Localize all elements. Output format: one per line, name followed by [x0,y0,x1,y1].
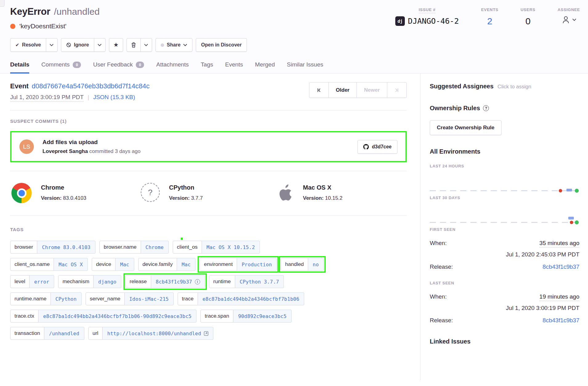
last-seen-absolute-time: Jul 1, 2020 3:00:19 PM PDT [430,305,579,312]
tag-value-link[interactable]: Mac OS X 10.15.2 [202,241,260,254]
delete-button[interactable] [127,38,141,52]
tag-value-link[interactable]: Mac OS X [54,258,88,271]
bookmark-star-button[interactable]: ★ [109,38,123,52]
commit-time-text: committed 3 days ago [89,148,140,154]
resolve-dropdown-button[interactable] [46,38,58,52]
tag-release-highlighted: release8cb43f1c9b37i [125,275,205,288]
event-header: Event d08d7667e4a5476eb3b3db6d7f14c84c J… [10,82,150,102]
context-version: 3.7.7 [191,195,203,201]
tag-value-link[interactable]: CPython [51,292,82,305]
skip-to-first-icon [316,88,321,93]
tag-value-link[interactable]: Chrome 83.0.4103 [37,241,95,254]
context-browser: Chrome Version: 83.0.4103 [11,183,141,203]
ignore-dropdown-button[interactable] [94,38,106,52]
tab-attachments[interactable]: Attachments [156,61,189,73]
when-label: When: [430,293,447,300]
older-event-button[interactable]: Older [328,82,357,98]
check-icon: ✔ [15,42,19,48]
issue-details-page: KeyError /unhandled 'keyDoesntExist' ISS… [0,0,588,386]
last-24-hours-label: LAST 24 HOURS [430,164,579,168]
commit-sha: d3d7cee [372,144,392,150]
tab-comments[interactable]: Comments0 [41,61,81,73]
suspect-commits-heading: SUSPECT COMMITS (1) [10,119,407,124]
help-question-icon[interactable]: ? [483,105,489,111]
delete-dropdown-button[interactable] [140,38,152,52]
tag-value-link[interactable]: Mac [177,258,196,271]
tag-value-link[interactable]: Idos-iMac-215 [125,292,174,305]
tag-value-link[interactable]: Mac [115,258,134,271]
issue-stats: ISSUE # dj DJANGO-46-2 EVENTS 2 USERS 0 … [373,6,580,30]
tag-value-link[interactable]: CPython 3.7.7 [235,275,284,288]
last-seen-release-link[interactable]: 8cb43f1c9b37 [543,317,579,324]
tag-value-link[interactable]: http://localhost:8000/unhandled [103,327,213,340]
share-label: Share [167,42,180,48]
ignore-icon [66,42,71,47]
share-button[interactable]: Share [155,38,192,52]
create-ownership-rule-button[interactable]: Create Ownership Rule [430,120,501,135]
person-icon [561,15,570,24]
events-sparkline-30d [430,200,579,227]
tag-value-link[interactable]: /unhandled [44,327,84,340]
context-os: Mac OS X Version: 10.15.2 [275,183,343,203]
share-status-dot-icon [161,43,164,47]
chevron-down-icon [50,44,54,46]
tab-similar-issues[interactable]: Similar Issues [287,61,323,73]
tag-value-link[interactable]: 90d892c9eace3bc5 [233,310,291,323]
tag-mechanism: mechanismdjango [58,275,121,288]
tag-value-link[interactable]: Production [237,258,277,271]
tags-list: browserChrome 83.0.4103 browser.nameChro… [10,241,407,340]
commit-sha-button[interactable]: d3d7cee [357,140,397,154]
ignore-button[interactable]: Ignore [61,38,94,52]
tab-tags[interactable]: Tags [201,61,213,73]
tag-value-link[interactable]: no [308,258,324,271]
release-label: Release: [430,317,453,324]
tag-value-link[interactable]: error [30,275,54,288]
chrome-icon [11,183,32,203]
open-in-discover-label: Open in Discover [201,42,242,48]
separator: | [88,94,89,101]
tag-environment-highlighted: environmentProduction [199,258,277,271]
issue-number-label: ISSUE # [419,7,436,13]
info-icon[interactable]: i [195,279,200,284]
tag-value-link[interactable]: Chrome [141,241,169,254]
event-contexts: Chrome Version: 83.0.4103 ? CPython Vers… [10,171,407,215]
context-name: CPython [169,184,203,191]
event-tick-marker-icon [568,217,574,219]
tag-url: urlhttp://localhost:8000/unhandled [88,327,214,340]
tag-value-link[interactable]: e8c87ba1dc494bb2a4346bcfbf7b1b06 [198,292,304,305]
error-level-dot [10,24,15,29]
assignee-dropdown[interactable] [561,15,576,24]
first-seen-release-link[interactable]: 8cb43f1c9b37 [543,263,579,270]
tag-browser: browserChrome 83.0.4103 [10,241,95,254]
first-seen-heading: FIRST SEEN [430,227,579,232]
stat-users: USERS 0 [521,7,535,26]
issue-actions-toolbar: ✔ Resolve Ignore [0,38,588,52]
issue-type-title: KeyError [10,6,50,17]
github-icon [363,144,369,150]
issue-title-block: KeyError /unhandled 'keyDoesntExist' [10,6,100,30]
event-id-link[interactable]: d08d7667e4a5476eb3b3db6d7f14c84c [32,82,150,90]
first-seen-relative-time: 35 minutes ago [539,240,579,247]
tag-device: deviceMac [92,258,134,271]
first-seen-marker-icon [570,221,573,224]
tag-value-link[interactable]: e8c87ba1dc494bb2a4346bcfbf7b1b06-90d892c… [38,310,196,323]
oldest-event-button[interactable] [309,82,329,98]
open-in-discover-button[interactable]: Open in Discover [196,38,247,52]
external-link-icon[interactable] [204,331,208,336]
tab-events[interactable]: Events [225,61,243,73]
tag-device-family: device.familyMac [138,258,196,271]
resolve-button[interactable]: ✔ Resolve [10,38,46,52]
tag-value-link[interactable]: django [94,275,121,288]
tab-user-feedback[interactable]: User Feedback0 [93,61,144,73]
users-count[interactable]: 0 [526,16,531,26]
raw-json-link[interactable]: JSON (15.3 KB) [93,94,135,101]
issue-short-id[interactable]: DJANGO-46-2 [408,17,459,26]
tag-value-link[interactable]: 8cb43f1c9b37i [151,275,205,288]
events-count[interactable]: 2 [487,16,492,26]
commit-author-name: Lovepreet Sangha [42,148,88,154]
tab-details[interactable]: Details [10,61,29,73]
last-seen-marker-icon [575,189,579,193]
stat-assignee: ASSIGNEE [558,7,580,24]
tab-merged[interactable]: Merged [255,61,275,73]
context-runtime: ? CPython Version: 3.7.7 [141,183,275,203]
